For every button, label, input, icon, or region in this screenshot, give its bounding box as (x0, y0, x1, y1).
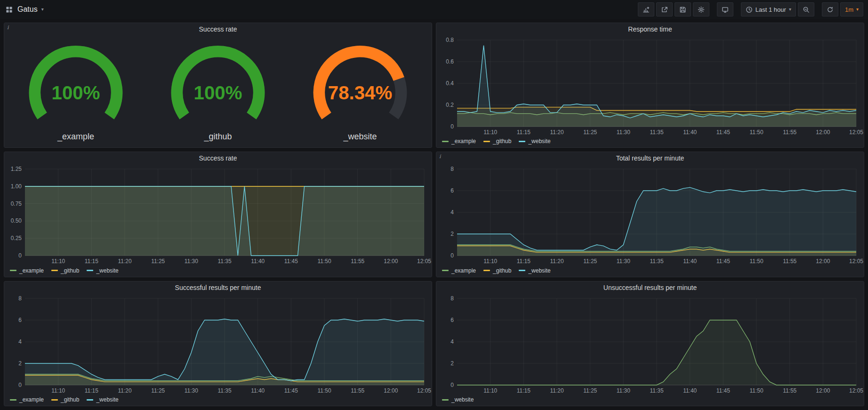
chart-legend: _example_github_website (436, 137, 864, 147)
panel-title[interactable]: Success rate (199, 25, 237, 33)
gear-icon (698, 6, 705, 13)
grid-icon (6, 6, 13, 13)
x-axis-tick-label: 11:25 (583, 129, 597, 136)
panel-title[interactable]: Successful results per minute (175, 284, 261, 291)
panel-title[interactable]: Total results per minute (616, 154, 684, 162)
legend-item-_github[interactable]: _github (483, 267, 511, 274)
panel-title[interactable]: Success rate (199, 154, 237, 162)
x-axis-tick-label: 11:55 (783, 258, 796, 265)
legend-item-_website[interactable]: _website (87, 267, 118, 274)
dashboard-title-chevron-down-icon[interactable]: ▾ (41, 7, 44, 12)
navbar-left: Gatus ▾ (5, 2, 44, 16)
zoom-out-time-range-button[interactable] (798, 2, 814, 16)
panel-success-rate-timeseries: Success rate 00.250.500.751.001.2511:101… (4, 152, 432, 277)
x-axis-tick-label: 12:00 (816, 387, 830, 394)
panel-header: Response time (436, 23, 864, 35)
unsuccessful-results-chart[interactable]: 0246811:1011:1511:2011:2511:3011:3511:40… (436, 294, 864, 395)
x-axis-tick-label: 11:20 (550, 258, 563, 265)
dashboard-settings-button[interactable] (693, 2, 709, 16)
x-axis-tick-label: 11:30 (617, 387, 630, 394)
legend-color-mark (51, 270, 58, 271)
legend-series-name: _website (528, 138, 550, 145)
x-axis-tick-label: 11:15 (85, 387, 98, 394)
x-axis-tick-label: 11:30 (617, 129, 630, 136)
panel-title[interactable]: Unsuccessful results per minute (603, 284, 697, 291)
dashboard-title[interactable]: Gatus (17, 5, 38, 14)
gauge-value: 100% (194, 82, 242, 104)
navbar: Gatus ▾ (0, 0, 868, 19)
gauge-value: 78.34% (328, 82, 392, 104)
x-axis-tick-label: 12:05 (849, 387, 863, 394)
cycle-view-mode-button[interactable] (717, 2, 733, 16)
legend-item-_github[interactable]: _github (51, 396, 79, 403)
y-axis-tick-label: 0.75 (11, 201, 22, 207)
gauge-label: _website (343, 132, 377, 142)
dashboard-grid-button[interactable] (5, 2, 14, 16)
panel-header: Success rate (4, 152, 432, 164)
legend-series-name: _website (96, 396, 118, 403)
legend-color-mark (442, 141, 449, 142)
x-axis-tick-label: 11:15 (517, 258, 530, 265)
total-results-chart[interactable]: 0246811:1011:1511:2011:2511:3011:3511:40… (436, 164, 864, 266)
chart-canvas[interactable]: 0246811:1011:1511:2011:2511:3011:3511:40… (4, 294, 432, 395)
refresh-interval-dropdown[interactable]: 1m ▾ (840, 2, 863, 16)
x-axis-tick-label: 11:20 (118, 258, 131, 265)
dashboard-grid: i Success rate 100%_example100%_github78… (0, 19, 868, 410)
x-axis-tick-label: 11:10 (483, 129, 497, 136)
legend-color-mark (519, 141, 525, 142)
x-axis-tick-label: 11:20 (550, 387, 563, 394)
success-rate-chart[interactable]: 00.250.500.751.001.2511:1011:1511:2011:2… (4, 164, 432, 266)
legend-item-_website[interactable]: _website (519, 267, 550, 274)
gauge-arc: 100% (155, 41, 281, 131)
x-axis-tick-label: 12:05 (849, 258, 863, 265)
time-range-picker-button[interactable]: Last 1 hour ▾ (741, 2, 796, 16)
refresh-button[interactable] (822, 2, 838, 16)
legend-series-name: _github (493, 138, 511, 145)
share-dashboard-button[interactable] (656, 2, 673, 16)
response-time-chart[interactable]: 00.20.40.60.811:1011:1511:2011:2511:3011… (436, 35, 864, 137)
panel-info-icon[interactable]: i (7, 24, 9, 31)
legend-series-name: _example (451, 138, 476, 145)
legend-series-name: _example (19, 267, 44, 274)
legend-item-_example[interactable]: _example (442, 267, 476, 274)
add-panel-button[interactable] (638, 2, 654, 16)
legend-series-name: _github (61, 267, 79, 274)
save-dashboard-button[interactable] (675, 2, 691, 16)
y-axis-tick-label: 0 (18, 252, 22, 259)
x-axis-tick-label: 11:25 (151, 258, 165, 265)
x-axis-tick-label: 11:20 (550, 129, 563, 136)
y-axis-tick-label: 0.6 (446, 58, 454, 65)
panel-header: Unsuccessful results per minute (436, 281, 864, 294)
panel-info-icon[interactable]: i (439, 153, 441, 160)
legend-item-_github[interactable]: _github (51, 267, 79, 274)
legend-item-_website[interactable]: _website (442, 396, 474, 403)
successful-results-chart[interactable]: 0246811:1011:1511:2011:2511:3011:3511:40… (4, 294, 432, 395)
legend-item-_website[interactable]: _website (87, 396, 118, 403)
chart-legend: _example_github_website (4, 266, 432, 277)
y-axis-tick-label: 0 (450, 123, 454, 130)
panel-title[interactable]: Response time (628, 25, 672, 33)
y-axis-tick-label: 4 (450, 338, 454, 345)
x-axis-tick-label: 11:15 (517, 387, 530, 394)
chart-canvas[interactable]: 00.250.500.751.001.2511:1011:1511:2011:2… (4, 164, 432, 266)
gauge-arc: 100% (13, 41, 139, 131)
chart-canvas[interactable]: 00.20.40.60.811:1011:1511:2011:2511:3011… (436, 35, 864, 137)
gauge-_github: 100%_github (155, 41, 281, 142)
legend-series-name: _example (19, 396, 44, 403)
y-axis-tick-label: 8 (18, 295, 22, 302)
x-axis-tick-label: 11:10 (51, 387, 65, 394)
legend-item-_website[interactable]: _website (519, 138, 550, 145)
legend-item-_example[interactable]: _example (10, 267, 44, 274)
chart-canvas[interactable]: 0246811:1011:1511:2011:2511:3011:3511:40… (436, 294, 864, 395)
legend-item-_example[interactable]: _example (442, 138, 476, 145)
x-axis-tick-label: 11:25 (151, 387, 165, 394)
legend-item-_example[interactable]: _example (10, 396, 44, 403)
x-axis-tick-label: 11:45 (284, 387, 298, 394)
x-axis-tick-label: 11:55 (351, 387, 364, 394)
legend-item-_github[interactable]: _github (483, 138, 511, 145)
y-axis-tick-label: 0 (450, 382, 454, 388)
x-axis-tick-label: 12:05 (417, 387, 431, 394)
gauge-panel-body: 100%_example100%_github78.34%_website (4, 35, 432, 147)
chart-canvas[interactable]: 0246811:1011:1511:2011:2511:3011:3511:40… (436, 164, 864, 266)
x-axis-tick-label: 11:35 (650, 129, 663, 136)
